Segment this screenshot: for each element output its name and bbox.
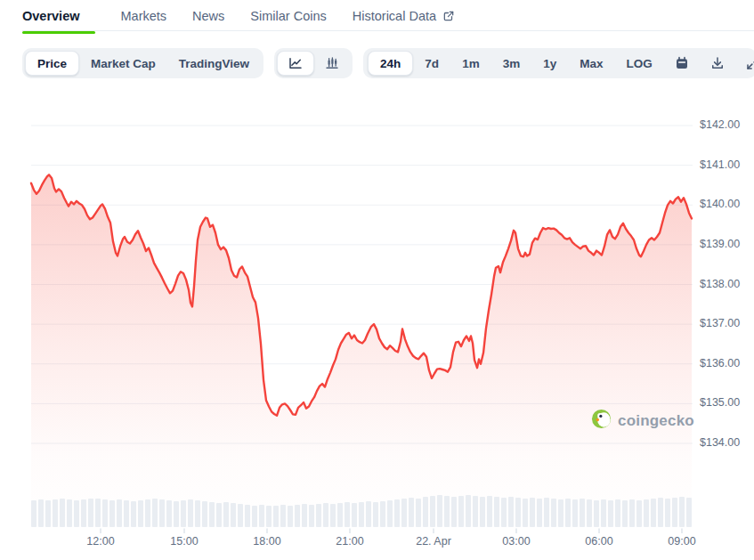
coingecko-watermark: coingecko: [591, 409, 694, 433]
y-axis-label: $142.00: [700, 118, 740, 131]
x-axis-label: 21:00: [336, 535, 363, 548]
coingecko-gecko-logo-icon: [591, 409, 612, 433]
x-axis-label: 22. Apr: [416, 535, 451, 548]
y-axis-label: $137.00: [700, 317, 740, 329]
y-axis-label: $134.00: [700, 436, 740, 449]
price-chart-canvas[interactable]: [0, 0, 754, 560]
x-axis-ticks: [101, 529, 682, 534]
y-axis-label: $141.00: [700, 158, 740, 171]
coingecko-watermark-label: coingecko: [618, 412, 694, 430]
price-area: [31, 174, 692, 527]
x-axis-label: 06:00: [585, 535, 612, 548]
x-axis-label: 18:00: [253, 535, 280, 548]
x-axis-label: 03:00: [502, 535, 530, 548]
x-axis-label: 12:00: [86, 535, 114, 548]
y-axis-label: $139.00: [700, 238, 740, 250]
y-axis-label: $135.00: [700, 396, 740, 409]
x-axis-label: 15:00: [170, 535, 198, 548]
x-axis-label: 09:00: [668, 535, 695, 548]
y-axis-label: $140.00: [700, 198, 740, 210]
y-axis-label: $138.00: [700, 278, 740, 290]
y-axis-label: $136.00: [700, 357, 740, 369]
coin-overview-page: Overview Markets News Similar Coins Hist…: [0, 0, 754, 560]
